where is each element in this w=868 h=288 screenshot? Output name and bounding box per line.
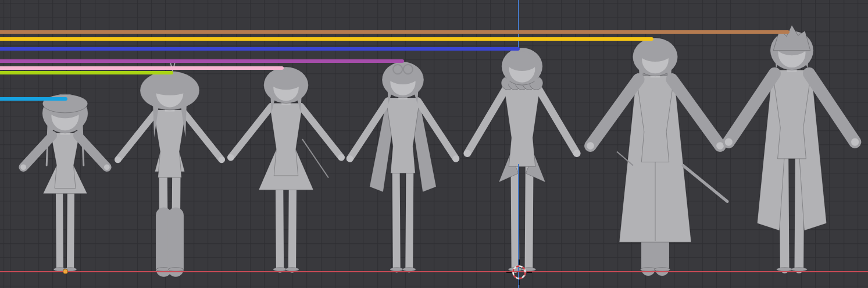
model-scene [0, 0, 868, 288]
hand [725, 138, 733, 145]
character-7-model[interactable] [725, 25, 859, 271]
arm [301, 106, 341, 158]
leg [59, 189, 60, 269]
hair-fringe [638, 42, 673, 62]
arm [467, 88, 506, 154]
leg [799, 159, 799, 269]
hand [452, 155, 459, 162]
character-1-model[interactable] [20, 94, 109, 271]
character-5-model[interactable] [464, 48, 580, 271]
hand [115, 157, 121, 163]
hair-fringe [147, 75, 193, 95]
leg [515, 166, 515, 269]
leg [396, 173, 397, 269]
torso [504, 85, 541, 167]
hand [338, 154, 344, 161]
hand [219, 157, 225, 163]
hand [104, 164, 110, 170]
hand [20, 164, 26, 170]
leg [70, 189, 71, 269]
leg [528, 166, 529, 269]
hand [227, 154, 234, 161]
hand [851, 138, 859, 145]
arm [184, 113, 222, 160]
object-origin-dot[interactable] [63, 269, 68, 274]
hand [573, 150, 580, 157]
3d-cursor[interactable] [502, 255, 537, 288]
character-4-model[interactable] [347, 62, 459, 271]
spiky-hair [773, 25, 810, 51]
leg [784, 159, 784, 269]
x-axis-line [0, 271, 868, 272]
blender-3d-viewport[interactable] [0, 0, 868, 288]
braid [47, 122, 48, 165]
hair-fringe [506, 52, 538, 71]
hair-fringe [269, 71, 303, 90]
braid [82, 122, 84, 165]
arm [538, 88, 577, 154]
arm [118, 113, 156, 160]
sheathed-blade [683, 165, 727, 201]
hand [587, 142, 594, 150]
thin-rod-accessory [302, 139, 328, 177]
hand [347, 155, 353, 162]
arm [231, 106, 272, 158]
beret-hat [42, 94, 88, 113]
leg [409, 173, 410, 269]
character-3-model[interactable] [227, 67, 344, 271]
character-2-model[interactable] [115, 61, 224, 272]
hand [464, 150, 471, 157]
character-6-model[interactable] [587, 38, 727, 271]
